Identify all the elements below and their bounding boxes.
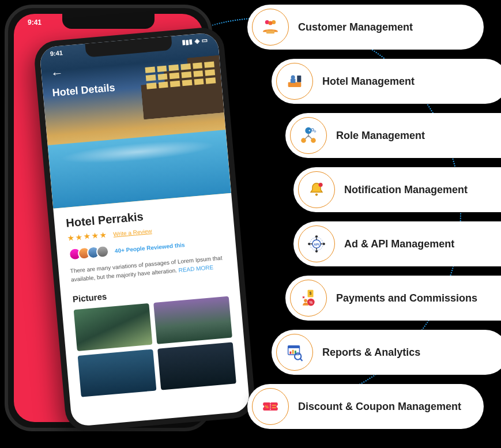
feature-role-management: Role Management (285, 113, 501, 158)
feature-notification-management: Notification Management (293, 167, 501, 212)
picture-thumbnail[interactable] (157, 342, 236, 390)
payments-icon: $% (290, 280, 327, 317)
feature-label: Payments and Commissions (336, 292, 477, 305)
coupon-icon: % (252, 388, 289, 425)
svg-rect-30 (292, 350, 294, 354)
svg-rect-29 (290, 352, 292, 354)
svg-point-13 (315, 193, 318, 195)
feature-ad-api-management: API Ad & API Management (293, 221, 501, 266)
reception-icon (276, 63, 313, 100)
feature-label: Reports & Analytics (322, 346, 420, 359)
svg-rect-7 (297, 76, 301, 82)
back-arrow-icon[interactable]: ← (50, 65, 64, 81)
status-time-front: 9:41 (50, 49, 63, 58)
svg-point-26 (304, 299, 307, 302)
pictures-grid (74, 296, 236, 397)
svg-rect-6 (291, 79, 296, 83)
svg-point-11 (311, 129, 314, 131)
analytics-icon (276, 334, 313, 371)
bell-icon (298, 171, 335, 208)
battery-icon: ▭ (201, 36, 208, 44)
roles-icon (290, 117, 327, 154)
feature-label: Discount & Coupon Management (298, 400, 461, 413)
wifi-icon: ◈ (194, 37, 199, 46)
svg-point-5 (291, 75, 295, 79)
feature-label: Hotel Management (322, 75, 415, 88)
customers-icon (252, 9, 289, 46)
phone-front-frame: 9:41 ▮▮▮ ◈ ▭ ← Hotel Details Hotel Perra… (33, 26, 257, 433)
svg-rect-28 (288, 346, 300, 348)
feature-reports-analytics: Reports & Analytics (272, 330, 501, 375)
api-icon: API (298, 225, 335, 262)
write-review-link[interactable]: Write a Review (113, 227, 152, 237)
feature-label: Ad & API Management (344, 238, 454, 251)
svg-point-19 (308, 243, 310, 245)
svg-rect-38 (272, 407, 276, 408)
star-rating-icon: ★★★★★ (67, 230, 108, 243)
svg-point-2 (268, 21, 272, 25)
picture-thumbnail[interactable] (78, 349, 157, 397)
svg-point-34 (262, 405, 264, 408)
svg-text:$: $ (310, 291, 312, 296)
feature-payments-commissions: $% Payments and Commissions (285, 276, 501, 321)
read-more-link[interactable]: READ MORE (178, 264, 213, 273)
feature-label: Notification Management (344, 183, 468, 197)
svg-text:%: % (265, 405, 269, 409)
page-title: Hotel Details (52, 82, 115, 99)
hero-image: ← Hotel Details (39, 32, 231, 209)
feature-label: Role Management (336, 129, 425, 142)
hotel-content: Hotel Perrakis ★★★★★ Write a Review 40+ … (53, 193, 248, 408)
status-time-back: 9:41 (28, 18, 42, 27)
feature-discount-coupon-management: % Discount & Coupon Management (247, 384, 484, 429)
phone-back-notch (62, 14, 155, 29)
picture-thumbnail[interactable] (153, 296, 232, 344)
svg-point-18 (315, 250, 318, 253)
feature-customer-management: Customer Management (247, 5, 484, 50)
avatar-stack (68, 245, 110, 261)
svg-point-14 (319, 183, 323, 187)
feature-hotel-management: Hotel Management (272, 59, 501, 104)
feature-label: Customer Management (298, 21, 413, 34)
svg-point-17 (315, 235, 318, 238)
signal-icon: ▮▮▮ (182, 38, 193, 47)
svg-point-12 (314, 131, 316, 133)
feature-list: Customer Management Hotel Management Rol… (247, 5, 501, 429)
reviews-count: 40+ People Reviewed this (115, 242, 185, 254)
hero-windows (145, 61, 219, 113)
picture-thumbnail[interactable] (74, 303, 153, 351)
svg-point-35 (277, 405, 279, 408)
svg-text:%: % (309, 300, 312, 304)
svg-text:API: API (314, 243, 319, 246)
svg-rect-3 (266, 31, 274, 34)
svg-rect-37 (272, 405, 276, 405)
